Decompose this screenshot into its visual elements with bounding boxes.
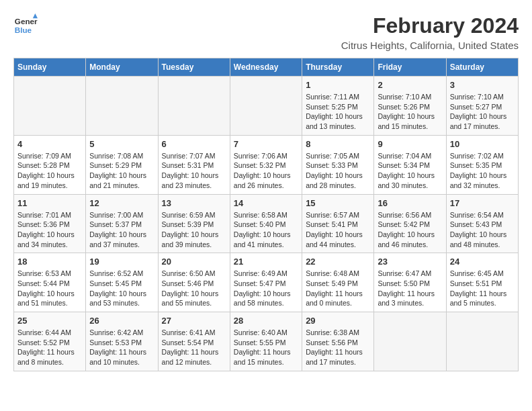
- day-info: Sunrise: 6:38 AMSunset: 5:56 PMDaylight:…: [306, 328, 370, 367]
- weekday-header-saturday: Saturday: [446, 58, 518, 77]
- day-info: Sunrise: 6:56 AMSunset: 5:42 PMDaylight:…: [378, 210, 442, 250]
- calendar-cell: 5Sunrise: 7:08 AMSunset: 5:29 PMDaylight…: [86, 135, 158, 194]
- day-info: Sunrise: 6:44 AMSunset: 5:52 PMDaylight:…: [17, 328, 82, 367]
- week-row-2: 4Sunrise: 7:09 AMSunset: 5:28 PMDaylight…: [14, 135, 519, 194]
- calendar-cell: 17Sunrise: 6:54 AMSunset: 5:43 PMDayligh…: [446, 194, 518, 253]
- calendar-cell: 25Sunrise: 6:44 AMSunset: 5:52 PMDayligh…: [14, 312, 86, 371]
- day-number: 29: [306, 316, 370, 326]
- day-number: 1: [306, 80, 370, 90]
- day-info: Sunrise: 6:52 AMSunset: 5:45 PMDaylight:…: [89, 269, 154, 308]
- calendar-cell: 4Sunrise: 7:09 AMSunset: 5:28 PMDaylight…: [14, 135, 86, 194]
- calendar-cell: 27Sunrise: 6:41 AMSunset: 5:54 PMDayligh…: [158, 312, 230, 371]
- day-number: 24: [450, 257, 515, 267]
- day-info: Sunrise: 7:10 AMSunset: 5:27 PMDaylight:…: [450, 92, 515, 132]
- day-number: 2: [378, 80, 442, 90]
- main-title: February 2024: [341, 13, 519, 38]
- calendar-cell: 20Sunrise: 6:50 AMSunset: 5:46 PMDayligh…: [158, 253, 230, 312]
- calendar-cell: [446, 312, 518, 371]
- week-row-1: 1Sunrise: 7:11 AMSunset: 5:25 PMDaylight…: [14, 77, 519, 136]
- week-row-3: 11Sunrise: 7:01 AMSunset: 5:36 PMDayligh…: [14, 194, 519, 253]
- day-number: 20: [162, 257, 226, 267]
- calendar-cell: 28Sunrise: 6:40 AMSunset: 5:55 PMDayligh…: [230, 312, 302, 371]
- calendar-cell: 1Sunrise: 7:11 AMSunset: 5:25 PMDaylight…: [302, 77, 374, 136]
- day-info: Sunrise: 6:47 AMSunset: 5:50 PMDaylight:…: [378, 269, 442, 308]
- calendar-cell: 21Sunrise: 6:49 AMSunset: 5:47 PMDayligh…: [230, 253, 302, 312]
- day-number: 27: [162, 316, 226, 326]
- week-row-4: 18Sunrise: 6:53 AMSunset: 5:44 PMDayligh…: [14, 253, 519, 312]
- day-number: 25: [17, 316, 82, 326]
- week-row-5: 25Sunrise: 6:44 AMSunset: 5:52 PMDayligh…: [14, 312, 519, 371]
- calendar-cell: 14Sunrise: 6:58 AMSunset: 5:40 PMDayligh…: [230, 194, 302, 253]
- calendar-table: SundayMondayTuesdayWednesdayThursdayFrid…: [13, 58, 519, 371]
- day-number: 22: [306, 257, 370, 267]
- day-number: 23: [378, 257, 442, 267]
- weekday-header-sunday: Sunday: [14, 58, 86, 77]
- calendar-cell: 10Sunrise: 7:02 AMSunset: 5:35 PMDayligh…: [446, 135, 518, 194]
- day-info: Sunrise: 6:50 AMSunset: 5:46 PMDaylight:…: [162, 269, 226, 308]
- calendar-cell: [86, 77, 158, 136]
- calendar-cell: 12Sunrise: 7:00 AMSunset: 5:37 PMDayligh…: [86, 194, 158, 253]
- day-number: 7: [234, 139, 298, 149]
- day-number: 14: [234, 198, 298, 208]
- day-number: 21: [234, 257, 298, 267]
- day-number: 26: [89, 316, 154, 326]
- day-info: Sunrise: 6:54 AMSunset: 5:43 PMDaylight:…: [450, 210, 515, 250]
- day-number: 5: [89, 139, 154, 149]
- day-info: Sunrise: 7:09 AMSunset: 5:28 PMDaylight:…: [17, 151, 82, 191]
- calendar-cell: [374, 312, 446, 371]
- day-info: Sunrise: 7:07 AMSunset: 5:31 PMDaylight:…: [162, 151, 226, 191]
- calendar-cell: 8Sunrise: 7:05 AMSunset: 5:33 PMDaylight…: [302, 135, 374, 194]
- logo: General Blue: [13, 13, 38, 38]
- calendar-cell: 16Sunrise: 6:56 AMSunset: 5:42 PMDayligh…: [374, 194, 446, 253]
- day-info: Sunrise: 6:53 AMSunset: 5:44 PMDaylight:…: [17, 269, 82, 308]
- calendar-cell: 13Sunrise: 6:59 AMSunset: 5:39 PMDayligh…: [158, 194, 230, 253]
- svg-text:Blue: Blue: [15, 26, 32, 34]
- title-area: February 2024 Citrus Heights, California…: [341, 13, 519, 51]
- calendar-cell: 19Sunrise: 6:52 AMSunset: 5:45 PMDayligh…: [86, 253, 158, 312]
- day-info: Sunrise: 6:41 AMSunset: 5:54 PMDaylight:…: [162, 328, 226, 367]
- day-info: Sunrise: 6:42 AMSunset: 5:53 PMDaylight:…: [89, 328, 154, 367]
- day-info: Sunrise: 6:40 AMSunset: 5:55 PMDaylight:…: [234, 328, 298, 367]
- calendar-cell: 11Sunrise: 7:01 AMSunset: 5:36 PMDayligh…: [14, 194, 86, 253]
- weekday-header-row: SundayMondayTuesdayWednesdayThursdayFrid…: [14, 58, 519, 77]
- day-number: 15: [306, 198, 370, 208]
- calendar-cell: 2Sunrise: 7:10 AMSunset: 5:26 PMDaylight…: [374, 77, 446, 136]
- weekday-header-wednesday: Wednesday: [230, 58, 302, 77]
- day-info: Sunrise: 7:01 AMSunset: 5:36 PMDaylight:…: [17, 210, 82, 250]
- calendar-cell: 18Sunrise: 6:53 AMSunset: 5:44 PMDayligh…: [14, 253, 86, 312]
- day-number: 4: [17, 139, 82, 149]
- day-info: Sunrise: 6:59 AMSunset: 5:39 PMDaylight:…: [162, 210, 226, 250]
- day-info: Sunrise: 7:11 AMSunset: 5:25 PMDaylight:…: [306, 92, 370, 132]
- day-info: Sunrise: 7:00 AMSunset: 5:37 PMDaylight:…: [89, 210, 154, 250]
- calendar-cell: 29Sunrise: 6:38 AMSunset: 5:56 PMDayligh…: [302, 312, 374, 371]
- calendar-cell: 26Sunrise: 6:42 AMSunset: 5:53 PMDayligh…: [86, 312, 158, 371]
- weekday-header-monday: Monday: [86, 58, 158, 77]
- day-info: Sunrise: 7:10 AMSunset: 5:26 PMDaylight:…: [378, 92, 442, 132]
- calendar-cell: [14, 77, 86, 136]
- calendar-cell: [158, 77, 230, 136]
- day-info: Sunrise: 6:57 AMSunset: 5:41 PMDaylight:…: [306, 210, 370, 250]
- day-info: Sunrise: 7:02 AMSunset: 5:35 PMDaylight:…: [450, 151, 515, 191]
- day-info: Sunrise: 6:48 AMSunset: 5:49 PMDaylight:…: [306, 269, 370, 308]
- day-info: Sunrise: 7:08 AMSunset: 5:29 PMDaylight:…: [89, 151, 154, 191]
- calendar-cell: 3Sunrise: 7:10 AMSunset: 5:27 PMDaylight…: [446, 77, 518, 136]
- day-number: 9: [378, 139, 442, 149]
- day-info: Sunrise: 7:06 AMSunset: 5:32 PMDaylight:…: [234, 151, 298, 191]
- day-number: 17: [450, 198, 515, 208]
- day-number: 8: [306, 139, 370, 149]
- day-number: 16: [378, 198, 442, 208]
- calendar-cell: 15Sunrise: 6:57 AMSunset: 5:41 PMDayligh…: [302, 194, 374, 253]
- calendar-cell: [230, 77, 302, 136]
- day-info: Sunrise: 6:49 AMSunset: 5:47 PMDaylight:…: [234, 269, 298, 308]
- weekday-header-thursday: Thursday: [302, 58, 374, 77]
- day-number: 18: [17, 257, 82, 267]
- weekday-header-tuesday: Tuesday: [158, 58, 230, 77]
- day-number: 13: [162, 198, 226, 208]
- subtitle: Citrus Heights, California, United State…: [341, 40, 519, 51]
- day-number: 6: [162, 139, 226, 149]
- day-number: 10: [450, 139, 515, 149]
- weekday-header-friday: Friday: [374, 58, 446, 77]
- day-number: 12: [89, 198, 154, 208]
- day-number: 19: [89, 257, 154, 267]
- day-number: 28: [234, 316, 298, 326]
